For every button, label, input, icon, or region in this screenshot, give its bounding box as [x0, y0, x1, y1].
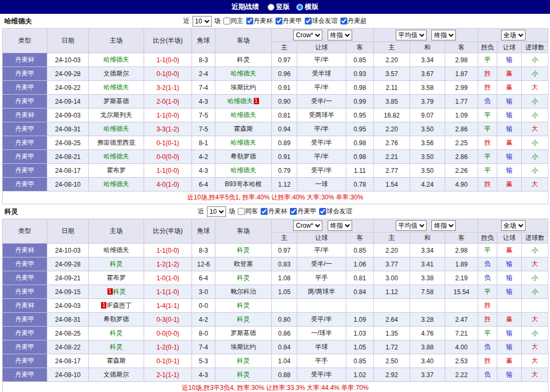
team-link[interactable]: 罗斯基德 — [231, 329, 256, 337]
team-link[interactable]: 靴尔科治 — [231, 288, 256, 295]
team-link[interactable]: 科灵 — [237, 315, 250, 323]
bookmaker-select[interactable]: Crow* — [293, 30, 322, 40]
handicap-result-cell: 赢 — [497, 81, 522, 95]
team-link[interactable]: 科灵 — [237, 302, 250, 309]
league-filter[interactable]: 丹麦杯 — [246, 16, 273, 26]
team-link[interactable]: IF森恩丁 — [107, 302, 132, 309]
league-filter[interactable]: 丹麦杯 — [261, 207, 287, 216]
team-link[interactable]: 科灵 — [237, 56, 250, 63]
handicap-line-cell: 受平/半 — [297, 164, 346, 178]
table-row: 丹麦甲24-08-22科灵1-2(0-1)7-4埃斯比约0.84半球1.051.… — [3, 340, 548, 354]
layout-option[interactable]: 横版 — [296, 2, 319, 12]
team-link[interactable]: 希勒罗德 — [231, 153, 256, 160]
team-link[interactable]: 哈维德夫 — [231, 70, 256, 77]
avg-select[interactable]: 平均值 — [396, 30, 427, 40]
team-link[interactable]: 哈维德夫 — [104, 180, 129, 188]
league-filter[interactable]: 丹麦超 — [340, 16, 367, 26]
team-link[interactable]: 哈维德夫 — [231, 166, 256, 174]
team-link[interactable]: 希勒罗德 — [104, 315, 129, 323]
team-link[interactable]: 哈维德夫 — [104, 153, 129, 160]
handicap-stage-select[interactable]: 终指 — [328, 220, 352, 231]
avg-stage-select[interactable]: 终指 — [431, 30, 456, 40]
team-link[interactable]: 哈维德夫 — [104, 125, 129, 132]
layout-radio[interactable] — [296, 4, 303, 11]
team-link[interactable]: 哈维德夫 — [231, 111, 256, 119]
team-link[interactable]: 哈维德夫 — [231, 139, 256, 146]
same-venue-checkbox[interactable] — [223, 18, 230, 24]
league-checkbox[interactable] — [276, 18, 282, 24]
result-cell: 胜 — [478, 136, 497, 150]
league-checkbox[interactable] — [305, 18, 312, 24]
league-filter[interactable]: 球会友谊 — [319, 207, 352, 216]
handicap-line-cell: 受半球 — [297, 67, 346, 81]
league-checkbox[interactable] — [261, 208, 268, 215]
team-link[interactable]: 哈维德夫 — [104, 84, 129, 91]
league-checkbox[interactable] — [340, 18, 347, 24]
team-link[interactable]: 霍森斯 — [107, 357, 126, 364]
team-link[interactable]: 霍森斯 — [234, 125, 253, 132]
team-link[interactable]: 哈维德夫 — [104, 246, 129, 254]
date-cell: 24-09-14 — [47, 95, 89, 109]
match-count-select[interactable]: 10 — [207, 206, 226, 217]
league-cell: 丹麦甲 — [3, 136, 47, 150]
league-label: 丹麦甲 — [297, 207, 316, 216]
goals-result-cell: 大 — [522, 257, 548, 271]
league-checkbox[interactable] — [290, 208, 297, 215]
same-venue-filter[interactable]: 同客 — [238, 207, 258, 216]
home-team-cell: 哈维德夫 — [89, 244, 144, 257]
avg-stage-select[interactable]: 终指 — [431, 220, 456, 231]
corners-cell: 4-3 — [192, 95, 215, 109]
scope-select[interactable]: 全场 — [501, 220, 526, 231]
league-checkbox[interactable] — [319, 208, 326, 215]
recent-label: 近 — [184, 16, 190, 26]
avg-select[interactable]: 平均值 — [396, 220, 427, 231]
avg-home-odds-cell: 3.85 — [374, 95, 410, 109]
layout-radio[interactable] — [268, 4, 274, 11]
same-venue-checkbox[interactable] — [238, 208, 245, 215]
league-checkbox[interactable] — [246, 18, 253, 24]
team-link[interactable]: 科灵 — [113, 288, 126, 295]
team-link[interactable]: 弗雷德里西亚 — [97, 139, 136, 146]
team-link[interactable]: 埃斯比约 — [231, 343, 256, 351]
avg-home-odds-cell: 2.11 — [374, 81, 410, 95]
handicap-away-odds-cell: 0.98 — [346, 136, 374, 150]
avg-home-odds-cell: 1.35 — [374, 327, 410, 340]
league-filter[interactable]: 丹麦甲 — [290, 207, 316, 216]
match-count-select[interactable]: 10 — [193, 16, 212, 27]
handicap-stage-select[interactable]: 终指 — [328, 30, 352, 40]
team-link[interactable]: 罗斯基德 — [104, 97, 129, 105]
team-link[interactable]: 霍布罗 — [107, 166, 126, 174]
team-link[interactable]: 科灵 — [237, 371, 250, 378]
league-filter[interactable]: 丹麦甲 — [276, 16, 302, 26]
team-link[interactable]: B93哥本哈根 — [225, 180, 262, 188]
team-link[interactable]: 哈维德夫 — [228, 97, 253, 105]
handicap-select-cell: Crow* 终指 — [272, 29, 374, 42]
result-cell: 胜 — [478, 354, 497, 368]
team-link[interactable]: 科灵 — [110, 329, 123, 337]
team-link[interactable]: 科灵 — [237, 357, 250, 364]
score-cell: 3-3(1-2) — [144, 122, 192, 136]
handicap-result-cell: 输 — [497, 340, 522, 354]
team-link[interactable]: 文德斯尔 — [104, 70, 129, 77]
table-row: 丹麦甲24-08-10文德斯尔2-1(1-1)4-3科灵0.88受平/半1.02… — [3, 368, 548, 382]
team-link[interactable]: 文德斯尔 — [104, 371, 129, 378]
team-link[interactable]: 戈尔斯列夫 — [101, 111, 132, 119]
bookmaker-select[interactable]: Crow* — [293, 220, 322, 231]
team-link[interactable]: 哈维德夫 — [104, 56, 129, 63]
same-venue-filter[interactable]: 同主 — [223, 16, 244, 26]
team-link[interactable]: 科灵 — [237, 246, 250, 254]
team-link[interactable]: 科灵 — [237, 274, 250, 281]
table-row: 丹麦甲24-08-25弗雷德里西亚0-1(0-1)8-1哈维德夫0.89受平/半… — [3, 136, 548, 150]
date-cell: 24-09-15 — [47, 285, 89, 299]
team-link[interactable]: 欧登塞 — [234, 260, 253, 268]
date-cell: 24-08-10 — [47, 368, 89, 382]
layout-option[interactable]: 竖版 — [268, 2, 290, 12]
team-link[interactable]: 科灵 — [110, 260, 123, 268]
corners-cell: 8-0 — [192, 327, 215, 340]
score-cell: 1-4(1-1) — [144, 299, 192, 313]
scope-select[interactable]: 全场 — [501, 30, 526, 40]
team-link[interactable]: 埃斯比约 — [231, 84, 256, 91]
team-link[interactable]: 科灵 — [110, 343, 123, 351]
league-filter[interactable]: 球会友谊 — [305, 16, 338, 26]
team-link[interactable]: 霍布罗 — [107, 274, 126, 281]
